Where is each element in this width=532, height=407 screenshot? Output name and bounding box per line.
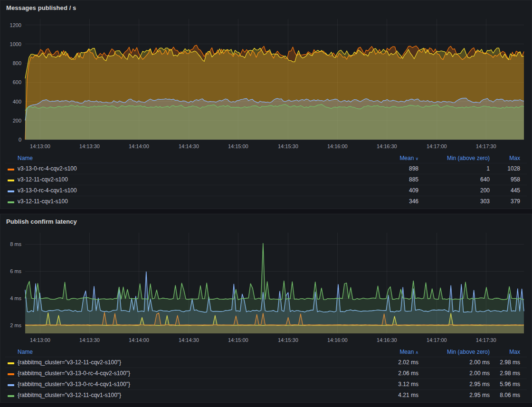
legend-row[interactable]: {rabbitmq_cluster="v3-12-11-cqv1-s100"}4… [5,389,527,400]
legend-row[interactable]: v3-12-11-cqv2-s100885640958 [5,174,527,185]
legend-header-mean[interactable]: Mean∧ [347,349,418,355]
series-max-value: 2.98 ms [490,359,520,366]
swatch-cell [5,381,18,388]
x-axis-tick-label: 14:16:00 [327,337,348,343]
y-axis-tick-label: 1000 [10,41,21,47]
series-min-value: 1 [418,165,490,172]
series-color-swatch[interactable] [8,362,14,364]
series-name[interactable]: v3-12-11-cqv2-s100 [18,176,347,183]
series-min-value: 200 [418,187,490,194]
x-axis-tick-label: 14:13:00 [30,337,50,343]
swatch-cell [5,198,18,205]
series-max-value: 379 [490,198,520,205]
publish-confirm-latency-legend: Name Mean∧ Min (above zero) Max {rabbitm… [5,347,527,400]
x-axis-tick-label: 14:17:30 [476,337,496,343]
series-mean-value: 409 [347,187,418,194]
legend-row[interactable]: v3-13-0-rc-4-cqv1-s100409200445 [5,185,527,196]
publish-confirm-latency-chart-svg[interactable]: 2 ms4 ms6 ms8 ms14:13:0014:13:3014:14:00… [5,229,528,346]
x-axis-tick-label: 14:14:00 [129,143,149,149]
legend-row[interactable]: {rabbitmq_cluster="v3-13-0-rc-4-cqv1-s10… [5,379,527,389]
y-axis-tick-label: 600 [13,79,21,85]
panel-title-messages-published[interactable]: Messages published / s [6,4,527,11]
series-min-value: 640 [418,176,490,183]
x-axis-tick-label: 14:13:00 [30,143,50,149]
series-name[interactable]: v3-12-11-cqv1-s100 [18,198,347,205]
legend-row[interactable]: v3-13-0-rc-4-cqv2-s10089811028 [5,163,527,174]
x-axis-tick-label: 14:17:00 [427,337,447,343]
panel-title-publish-confirm-latency[interactable]: Publish confirm latency [6,218,527,225]
y-axis-tick-label: 8 ms [10,241,21,247]
x-axis-tick-label: 14:15:30 [278,143,298,149]
series-color-swatch[interactable] [8,373,14,375]
series-name[interactable]: {rabbitmq_cluster="v3-13-0-rc-4-cqv2-s10… [18,370,347,377]
mean-label: Mean [399,155,414,161]
series-mean-value: 3.12 ms [347,381,418,388]
y-axis-tick-label: 6 ms [10,268,21,274]
y-axis-tick-label: 4 ms [10,295,21,301]
series-color-swatch[interactable] [8,180,14,181]
series-mean-value: 885 [347,176,418,183]
series-name[interactable]: {rabbitmq_cluster="v3-12-11-cqv1-s100"} [18,392,347,398]
x-axis-tick-label: 14:15:00 [228,337,248,343]
series-max-value: 2.98 ms [490,370,520,377]
swatch-cell [5,187,18,194]
legend-header-max[interactable]: Max [490,349,520,355]
legend-row[interactable]: {rabbitmq_cluster="v3-12-11-cqv2-s100"}2… [5,357,527,368]
x-axis-tick-label: 14:14:00 [129,337,149,343]
series-mean-value: 346 [347,198,418,205]
legend-rows: v3-13-0-rc-4-cqv2-s10089811028v3-12-11-c… [5,163,527,207]
legend-header-min[interactable]: Min (above zero) [418,155,490,161]
series-min-value: 303 [418,198,490,205]
legend-header: Name Mean∧ Min (above zero) Max [5,347,527,357]
legend-row[interactable]: v3-12-11-cqv1-s100346303379 [5,196,527,207]
x-axis-tick-label: 14:16:00 [327,143,348,149]
series-color-swatch[interactable] [8,384,14,386]
legend-header-mean[interactable]: Mean∨ [347,155,418,161]
swatch-cell [5,359,18,366]
x-axis-tick-label: 14:15:00 [228,143,248,149]
x-axis-tick-label: 14:13:30 [79,143,100,149]
swatch-cell [5,176,18,183]
series-color-swatch[interactable] [8,169,14,170]
series-name[interactable]: v3-13-0-rc-4-cqv2-s100 [18,165,347,172]
series-mean-value: 898 [347,165,418,172]
series-max-value: 8.06 ms [490,392,520,398]
legend-row[interactable]: {rabbitmq_cluster="v3-13-0-rc-4-cqv2-s10… [5,368,527,379]
messages-published-chart-svg[interactable]: 02004006008001000120014:13:0014:13:3014:… [5,15,528,152]
series-max-value: 445 [490,187,520,194]
y-axis-tick-label: 400 [13,99,21,104]
series-name[interactable]: {rabbitmq_cluster="v3-12-11-cqv2-s100"} [18,359,347,366]
legend-header-min[interactable]: Min (above zero) [418,349,490,355]
panel-messages-published: Messages published / s 02004006008001000… [0,0,532,209]
panel-publish-confirm-latency: Publish confirm latency 2 ms4 ms6 ms8 ms… [0,214,532,403]
series-color-swatch[interactable] [8,190,14,192]
publish-confirm-latency-chart[interactable]: 2 ms4 ms6 ms8 ms14:13:0014:13:3014:14:00… [5,229,527,346]
series-line [25,244,524,300]
series-color-swatch[interactable] [8,201,14,203]
legend-header: Name Mean∨ Min (above zero) Max [5,153,527,163]
series-area [25,104,524,140]
y-axis-tick-label: 800 [13,60,21,66]
messages-published-chart[interactable]: 02004006008001000120014:13:0014:13:3014:… [5,15,527,152]
series-name[interactable]: {rabbitmq_cluster="v3-13-0-rc-4-cqv1-s10… [18,381,347,388]
series-min-value: 2.00 ms [418,359,490,366]
y-axis-tick-label: 1200 [10,22,21,28]
series-min-value: 2.95 ms [418,381,490,388]
series-area [25,244,524,334]
series-max-value: 958 [490,176,520,183]
x-axis-tick-label: 14:13:30 [79,337,100,343]
series-mean-value: 2.06 ms [347,370,418,377]
y-axis-tick-label: 200 [13,118,21,123]
x-axis-tick-label: 14:17:30 [476,143,496,149]
series-name[interactable]: v3-13-0-rc-4-cqv1-s100 [18,187,347,194]
legend-header-name[interactable]: Name [18,349,347,355]
messages-published-legend: Name Mean∨ Min (above zero) Max v3-13-0-… [5,153,527,207]
sort-descending-icon: ∨ [415,156,418,161]
series-max-value: 5.96 ms [490,381,520,388]
swatch-cell [5,165,18,172]
grafana-dashboard: Messages published / s 02004006008001000… [0,0,532,407]
x-axis-tick-label: 14:17:00 [427,143,447,149]
series-color-swatch[interactable] [8,395,14,397]
legend-header-max[interactable]: Max [490,155,520,161]
legend-header-name[interactable]: Name [18,155,347,161]
